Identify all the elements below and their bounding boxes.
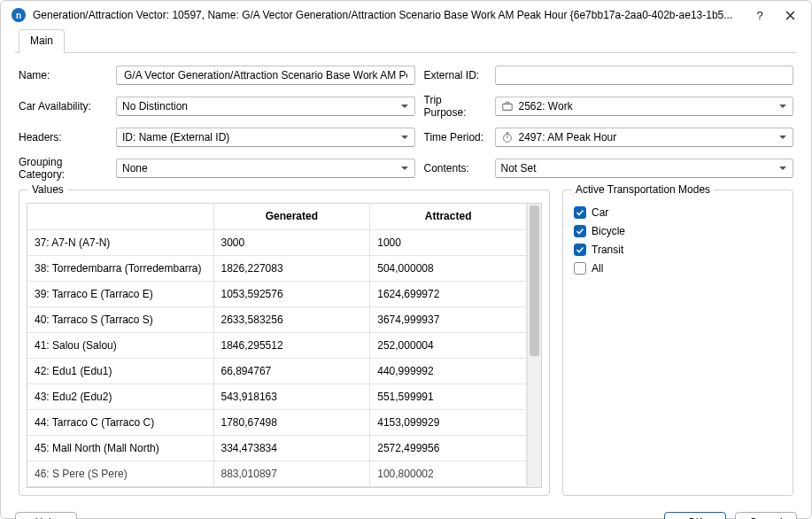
row-label[interactable]: 44: Tarraco C (Tarraco C) <box>27 409 213 435</box>
row-label[interactable]: 41: Salou (Salou) <box>27 332 213 358</box>
mode-label: Bicycle <box>592 225 625 237</box>
cell-generated[interactable]: 1846,295512 <box>213 332 370 358</box>
row-label[interactable]: 46: S Pere (S Pere) <box>27 461 213 486</box>
modes-legend: Active Transportation Modes <box>572 183 714 196</box>
cell-attracted[interactable]: 551,599991 <box>370 383 527 409</box>
external-id-label: External ID: <box>424 69 486 81</box>
mode-item[interactable]: Bicycle <box>574 223 782 239</box>
ok-button[interactable]: OK <box>664 512 726 520</box>
col-attracted[interactable]: Attracted <box>370 204 527 229</box>
mode-item[interactable]: All <box>574 260 782 276</box>
row-label[interactable]: 37: A7-N (A7-N) <box>27 229 213 255</box>
cell-generated[interactable]: 66,894767 <box>213 358 370 383</box>
grouping-category-label: Grouping Category: <box>19 156 107 181</box>
checkbox[interactable] <box>574 225 586 237</box>
cell-generated[interactable]: 1826,227083 <box>213 255 370 281</box>
cell-generated[interactable]: 334,473834 <box>213 435 370 461</box>
trip-purpose-value: 2562: Work <box>519 100 573 112</box>
time-period-value: 2497: AM Peak Hour <box>519 131 617 143</box>
row-label[interactable]: 43: Edu2 (Edu2) <box>27 383 213 409</box>
time-period-label: Time Period: <box>424 131 486 143</box>
external-id-input[interactable] <box>495 66 794 85</box>
cell-attracted[interactable]: 1624,699972 <box>370 281 527 306</box>
app-icon: n <box>12 8 26 22</box>
headers-value: ID: Name (External ID) <box>122 131 229 143</box>
cell-generated[interactable]: 1053,592576 <box>213 281 370 306</box>
row-label[interactable]: 45: Mall North (Mall North) <box>27 435 213 461</box>
modes-group: Active Transportation Modes CarBicycleTr… <box>562 190 793 496</box>
row-label[interactable]: 42: Edu1 (Edu1) <box>27 358 213 383</box>
grouping-category-value: None <box>122 162 148 174</box>
table-row[interactable]: 42: Edu1 (Edu1)66,894767440,999992 <box>27 358 527 383</box>
window-title: Generation/Attraction Vector: 10597, Nam… <box>33 9 746 21</box>
briefcase-icon <box>501 100 514 112</box>
mode-label: Car <box>592 206 608 219</box>
name-input[interactable] <box>116 66 415 85</box>
table-row[interactable]: 37: A7-N (A7-N)30001000 <box>27 229 527 255</box>
checkbox[interactable] <box>574 262 586 275</box>
car-availability-value: No Distinction <box>122 100 188 112</box>
table-row[interactable]: 38: Torredembarra (Torredembarra)1826,22… <box>27 255 527 281</box>
cell-generated[interactable]: 2633,583256 <box>213 306 370 332</box>
svg-rect-0 <box>502 104 512 110</box>
tab-main[interactable]: Main <box>19 29 65 53</box>
col-rowheader[interactable] <box>27 204 213 229</box>
car-availability-combo[interactable]: No Distinction <box>116 97 415 116</box>
titlebar: n Generation/Attraction Vector: 10597, N… <box>1 1 811 27</box>
contents-value: Not Set <box>501 162 537 174</box>
cell-generated[interactable]: 1780,67498 <box>213 409 370 435</box>
help-icon[interactable]: ? <box>753 8 767 22</box>
mode-item[interactable]: Transit <box>574 242 782 258</box>
values-scrollbar[interactable] <box>527 204 541 487</box>
stopwatch-icon <box>501 131 514 143</box>
close-icon[interactable] <box>783 8 797 22</box>
trip-purpose-label: Trip Purpose: <box>424 94 486 119</box>
cell-generated[interactable]: 3000 <box>213 229 370 255</box>
grouping-category-combo[interactable]: None <box>116 159 415 178</box>
values-table[interactable]: Generated Attracted 37: A7-N (A7-N)30001… <box>27 203 542 488</box>
cell-attracted[interactable]: 504,000008 <box>370 255 527 281</box>
name-label: Name: <box>19 69 107 81</box>
cell-generated[interactable]: 883,010897 <box>213 461 370 486</box>
cell-generated[interactable]: 543,918163 <box>213 383 370 409</box>
time-period-combo[interactable]: 2497: AM Peak Hour <box>495 128 794 147</box>
table-row[interactable]: 46: S Pere (S Pere)883,010897100,800002 <box>27 461 527 486</box>
tab-bar: Main <box>15 29 797 53</box>
mode-label: All <box>592 262 603 275</box>
form-area: Name: External ID: Car Availability: No … <box>15 53 797 190</box>
cell-attracted[interactable]: 440,999992 <box>370 358 527 383</box>
help-button[interactable]: Help <box>15 512 77 520</box>
cell-attracted[interactable]: 100,800002 <box>370 461 527 486</box>
cell-attracted[interactable]: 2572,499956 <box>370 435 527 461</box>
mode-label: Transit <box>592 244 623 256</box>
mode-item[interactable]: Car <box>574 205 782 221</box>
table-row[interactable]: 41: Salou (Salou)1846,295512252,000004 <box>27 332 527 358</box>
row-label[interactable]: 39: Tarraco E (Tarraco E) <box>27 281 213 306</box>
checkbox[interactable] <box>574 244 586 256</box>
values-group: Values Generated Attracted 37: A7- <box>19 190 550 496</box>
cell-attracted[interactable]: 4153,099929 <box>370 409 527 435</box>
values-legend: Values <box>28 183 67 196</box>
contents-combo[interactable]: Not Set <box>495 159 794 178</box>
trip-purpose-combo[interactable]: 2562: Work <box>495 97 794 116</box>
car-availability-label: Car Availability: <box>19 100 107 112</box>
table-row[interactable]: 45: Mall North (Mall North)334,473834257… <box>27 435 527 461</box>
cell-attracted[interactable]: 252,000004 <box>370 332 527 358</box>
table-row[interactable]: 39: Tarraco E (Tarraco E)1053,5925761624… <box>27 281 527 306</box>
dialog: n Generation/Attraction Vector: 10597, N… <box>0 0 812 519</box>
headers-label: Headers: <box>19 131 107 143</box>
contents-label: Contents: <box>424 162 486 174</box>
table-row[interactable]: 40: Tarraco S (Tarraco S)2633,5832563674… <box>27 306 527 332</box>
footer: Help OK Cancel <box>1 503 811 520</box>
row-label[interactable]: 38: Torredembarra (Torredembarra) <box>27 255 213 281</box>
row-label[interactable]: 40: Tarraco S (Tarraco S) <box>27 306 213 332</box>
headers-combo[interactable]: ID: Name (External ID) <box>116 128 415 147</box>
table-row[interactable]: 43: Edu2 (Edu2)543,918163551,599991 <box>27 383 527 409</box>
col-generated[interactable]: Generated <box>213 204 370 229</box>
cell-attracted[interactable]: 3674,999937 <box>370 306 527 332</box>
scrollbar-thumb[interactable] <box>530 205 539 356</box>
cancel-button[interactable]: Cancel <box>735 512 797 520</box>
checkbox[interactable] <box>574 206 586 219</box>
cell-attracted[interactable]: 1000 <box>370 229 527 255</box>
table-row[interactable]: 44: Tarraco C (Tarraco C)1780,674984153,… <box>27 409 527 435</box>
